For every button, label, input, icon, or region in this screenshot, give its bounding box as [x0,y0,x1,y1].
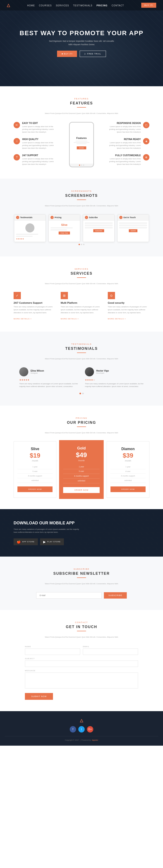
ss-btn-1[interactable]: Order Now [58,231,70,235]
testimonial-text-0: There are many variations of passages of… [19,382,78,389]
subscribe-email-input[interactable] [36,592,101,598]
ss-icon-0: △ [16,216,19,219]
pricing-btn-1[interactable]: Order Now [63,487,100,493]
ss-header-3: △ Get In Touch [118,215,149,221]
nav-links: Home Courses Services Testimonials Prici… [27,3,124,7]
social-icons: f t G+ [4,726,159,733]
contact-name-group: Name [25,646,80,655]
testimonial-text-1: There are many variations of passages of… [85,382,144,389]
feature-item-0: ✏ Easy To Edit Lorem Ipsum is simply dol… [13,122,54,133]
contact-email-label: Email [83,646,138,648]
nav-cta-button[interactable]: Buy It! [141,3,156,8]
pricing-btn-2[interactable]: Order Now [111,487,146,492]
testimonial-card-0: Elina Wilson Designer ★★★★★ There are ma… [19,367,78,389]
ss-line-3 [50,229,67,230]
app-content: Download our mobile app There are many v… [13,521,82,545]
screenshots-dots [13,244,150,245]
testimonial-role-1: Developer [96,372,109,374]
play-store-button[interactable]: ▶ Play Store [40,538,64,545]
app-store-label: App Store [22,541,35,543]
service-link-2[interactable]: More details > [108,318,126,320]
feature-title-2: 24/7 Support [22,154,54,157]
service-link-1[interactable]: More details > [61,318,79,320]
social-facebook-icon[interactable]: f [70,726,76,733]
hero-section: Best Way To Promote Your App Sed Digniss… [0,0,163,86]
feature-icon-retina: ◈ [143,138,150,144]
feature-icon-edit: ✏ [13,122,20,128]
contact-submit-button[interactable]: Submit Now [25,693,53,700]
phone-screen: Features Details [70,123,93,164]
service-icon-0: ✓ [13,292,21,299]
contact-message-textarea[interactable] [25,673,138,688]
services-divider [77,277,86,278]
pricing-price-0: $19 [17,452,52,459]
ss-icon-2: △ [85,216,88,219]
services-subtitle: Maecl Porta Quisque Est Rui Euismod Quam… [36,282,127,285]
service-title-0: 24/7 Customers Support [13,302,55,304]
features-section: Features FEATURES Maecl Porta Quisque Es… [0,86,163,179]
app-store-button[interactable]: 🍎 App Store [13,538,38,545]
service-icon-1: ⊞ [61,292,68,299]
nav-contact[interactable]: Contact [112,4,124,7]
footer-powered: Powered by [82,739,91,741]
ss-header-2: △ Subcribe [83,215,114,221]
pricing-feat-2-0: 1 year [111,465,146,469]
testimonial-name-1: Hector Vigo [96,370,109,372]
pricing-card-1: Gold $49 /month 1 year 5 user 6 months s… [59,440,104,499]
ss-body-2: Subscribe [83,221,114,239]
pricing-row: Slive $19 /month 1 year 5 user 6 months … [13,441,150,498]
phone-dot-2 [81,164,82,166]
nav-home[interactable]: Home [27,4,35,7]
ss-icon-3: △ [119,216,122,219]
footer-theme-link[interactable]: Appster [92,739,98,741]
contact-email-input[interactable] [83,649,138,655]
service-title-1: Multi Platform [61,302,102,304]
pricing-subtitle: Maecl Porta Quisque Est Rui Euismod Quam… [36,432,127,434]
ss-input-4 [119,225,147,226]
feature-desc-4: Lorem Ipsum is simply dolor text of the … [109,142,141,150]
nav-services[interactable]: Services [56,4,69,7]
feature-title-5: Fully Customizable [109,154,141,157]
testimonials-tag: Testimonials [13,343,150,345]
screenshots-row: △ Testimonials ★★★★★ △ Pricing Slive [13,214,150,242]
services-tag: Services [13,268,150,270]
contact-name-label: Name [25,646,80,648]
features-divider [77,107,86,107]
app-buttons: 🍎 App Store ▶ Play Store [13,538,82,545]
contact-email-group: Email [83,646,138,655]
pricing-btn-0[interactable]: Order Now [17,487,52,492]
feature-icon-support: ? [13,154,20,160]
features-grid: ✏ Easy To Edit Lorem Ipsum is simply dol… [13,122,150,167]
ss-dot-3 [83,244,84,245]
testimonials-row: Elina Wilson Designer ★★★★★ There are ma… [13,367,150,389]
contact-subject-row: Subject [25,658,138,667]
nav-courses[interactable]: Courses [39,4,52,7]
contact-name-input[interactable] [25,649,80,655]
subscribe-button[interactable]: Subscribe [104,592,127,598]
contact-subject-input[interactable] [25,660,138,667]
contact-subject-label: Subject [25,658,138,660]
pricing-features-1: 1 year 5 user 6 months support unlimited [63,464,100,483]
feature-item-1: ☆ High Quality Lorem Ipsum is simply dol… [13,138,54,150]
hero-buy-button[interactable]: ■ Buy It! [57,51,77,57]
pricing-feat-2-2: 6 months support [111,474,146,478]
ss-btn-3[interactable]: Submit [129,229,137,232]
contact-divider [77,631,86,631]
phone-dots [79,164,84,166]
social-googleplus-icon[interactable]: G+ [87,726,93,733]
ss-input-1 [85,225,113,226]
nav-pricing[interactable]: Pricing [96,4,108,7]
hero-trial-button[interactable]: ▷ Free Trial [80,51,106,57]
service-link-0[interactable]: More details > [13,318,32,320]
phone-details-button[interactable]: Details [77,146,86,149]
ss-input-2 [85,227,113,228]
ss-btn-2[interactable]: Subscribe [93,229,104,232]
feature-row-5: ⊕ Fully Customizable Lorem Ipsum is simp… [109,154,150,166]
testimonial-meta-0: Elina Wilson Designer [31,370,44,374]
nav-logo[interactable]: △ [7,3,10,8]
feature-icon-quality: ☆ [13,138,20,144]
subscribe-section: Subscribe SUBSCRIBE NEWSLETTER Maecl Por… [0,557,163,610]
social-twitter-icon[interactable]: t [78,726,85,733]
nav-testimonials[interactable]: Testimonials [73,4,92,7]
pricing-feat-1-1: 5 user [63,469,100,474]
